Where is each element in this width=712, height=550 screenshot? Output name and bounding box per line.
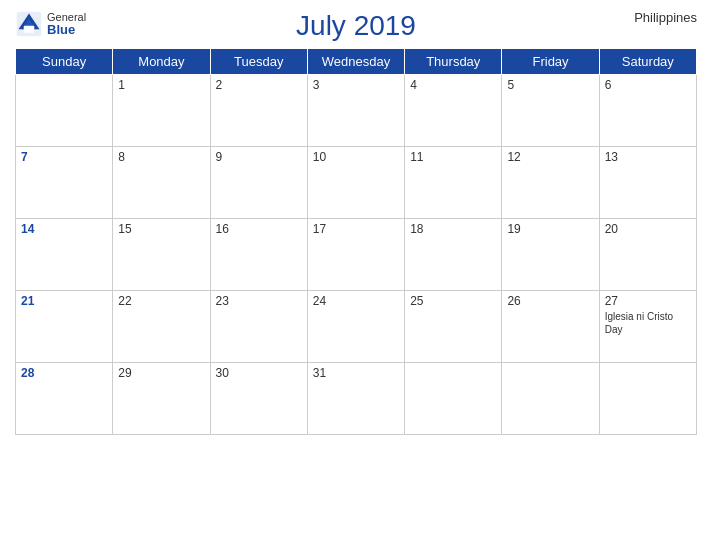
day-number: 31	[313, 366, 326, 380]
calendar-cell	[599, 363, 696, 435]
logo-text: General Blue	[47, 11, 86, 37]
calendar-cell: 7	[16, 147, 113, 219]
calendar-cell: 12	[502, 147, 599, 219]
calendar-cell: 17	[307, 219, 404, 291]
day-number: 27	[605, 294, 618, 308]
day-number: 8	[118, 150, 125, 164]
calendar-container: General Blue July 2019 Philippines Sunda…	[0, 0, 712, 550]
calendar-cell: 11	[405, 147, 502, 219]
day-number: 4	[410, 78, 417, 92]
day-number: 6	[605, 78, 612, 92]
calendar-cell: 4	[405, 75, 502, 147]
country-label: Philippines	[634, 10, 697, 25]
calendar-cell: 2	[210, 75, 307, 147]
calendar-cell: 25	[405, 291, 502, 363]
day-number: 16	[216, 222, 229, 236]
calendar-cell	[405, 363, 502, 435]
header-monday: Monday	[113, 49, 210, 75]
calendar-cell: 16	[210, 219, 307, 291]
calendar-row-3: 21222324252627Iglesia ni Cristo Day	[16, 291, 697, 363]
header-tuesday: Tuesday	[210, 49, 307, 75]
calendar-cell: 19	[502, 219, 599, 291]
weekday-header-row: Sunday Monday Tuesday Wednesday Thursday…	[16, 49, 697, 75]
calendar-cell: 1	[113, 75, 210, 147]
day-number: 13	[605, 150, 618, 164]
day-number: 14	[21, 222, 34, 236]
calendar-row-4: 28293031	[16, 363, 697, 435]
day-number: 11	[410, 150, 423, 164]
calendar-cell: 23	[210, 291, 307, 363]
calendar-cell: 24	[307, 291, 404, 363]
calendar-cell: 31	[307, 363, 404, 435]
day-number: 10	[313, 150, 326, 164]
header-saturday: Saturday	[599, 49, 696, 75]
day-number: 15	[118, 222, 131, 236]
header-wednesday: Wednesday	[307, 49, 404, 75]
calendar-cell: 8	[113, 147, 210, 219]
day-number: 5	[507, 78, 514, 92]
day-number: 22	[118, 294, 131, 308]
calendar-cell	[16, 75, 113, 147]
calendar-cell: 26	[502, 291, 599, 363]
header-friday: Friday	[502, 49, 599, 75]
day-number: 1	[118, 78, 125, 92]
calendar-cell: 5	[502, 75, 599, 147]
day-number: 28	[21, 366, 34, 380]
calendar-row-2: 14151617181920	[16, 219, 697, 291]
calendar-cell: 14	[16, 219, 113, 291]
day-number: 7	[21, 150, 28, 164]
day-number: 29	[118, 366, 131, 380]
calendar-cell: 28	[16, 363, 113, 435]
calendar-cell: 27Iglesia ni Cristo Day	[599, 291, 696, 363]
calendar-row-0: 123456	[16, 75, 697, 147]
calendar-cell: 10	[307, 147, 404, 219]
calendar-cell: 18	[405, 219, 502, 291]
calendar-cell: 6	[599, 75, 696, 147]
day-number: 23	[216, 294, 229, 308]
day-number: 9	[216, 150, 223, 164]
calendar-cell: 29	[113, 363, 210, 435]
logo-icon	[15, 10, 43, 38]
day-number: 17	[313, 222, 326, 236]
svg-rect-3	[24, 26, 35, 33]
logo-blue-text: Blue	[47, 23, 86, 37]
calendar-cell	[502, 363, 599, 435]
calendar-cell: 3	[307, 75, 404, 147]
day-number: 18	[410, 222, 423, 236]
day-number: 3	[313, 78, 320, 92]
day-number: 21	[21, 294, 34, 308]
day-number: 12	[507, 150, 520, 164]
day-number: 2	[216, 78, 223, 92]
day-number: 30	[216, 366, 229, 380]
calendar-cell: 13	[599, 147, 696, 219]
header-sunday: Sunday	[16, 49, 113, 75]
day-number: 24	[313, 294, 326, 308]
event-label: Iglesia ni Cristo Day	[605, 310, 691, 336]
calendar-cell: 9	[210, 147, 307, 219]
header-thursday: Thursday	[405, 49, 502, 75]
calendar-cell: 30	[210, 363, 307, 435]
calendar-cell: 22	[113, 291, 210, 363]
day-number: 25	[410, 294, 423, 308]
calendar-cell: 20	[599, 219, 696, 291]
calendar-cell: 21	[16, 291, 113, 363]
day-number: 26	[507, 294, 520, 308]
day-number: 20	[605, 222, 618, 236]
day-number: 19	[507, 222, 520, 236]
calendar-cell: 15	[113, 219, 210, 291]
month-title: July 2019	[296, 10, 416, 42]
logo-area: General Blue	[15, 10, 86, 38]
calendar-row-1: 78910111213	[16, 147, 697, 219]
calendar-header: General Blue July 2019 Philippines	[15, 10, 697, 42]
calendar-table: Sunday Monday Tuesday Wednesday Thursday…	[15, 48, 697, 435]
